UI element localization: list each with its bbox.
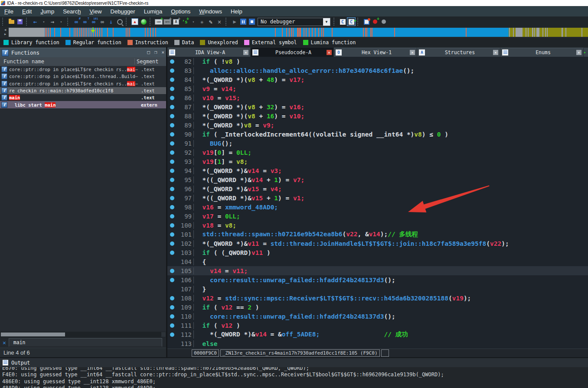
breakpoint-dot[interactable] bbox=[167, 160, 177, 164]
menu-item-lumina[interactable]: Lumina bbox=[140, 6, 167, 16]
code-text[interactable]: *(_QWORD *)(v8 + 48) = v17; bbox=[193, 76, 588, 83]
lumina-icon[interactable] bbox=[140, 18, 147, 26]
breakpoint-dot[interactable] bbox=[167, 241, 177, 246]
code-text[interactable]: } bbox=[193, 286, 588, 293]
code-text[interactable]: v17 = 0LL; bbox=[193, 213, 588, 220]
code-text[interactable]: { bbox=[193, 258, 588, 265]
code-line[interactable]: 108 v12 = std::sync::mpsc::Receiver$LT$T… bbox=[167, 293, 588, 303]
tab-close-icon[interactable]: ✕ bbox=[327, 50, 332, 55]
breakpoint-dot[interactable] bbox=[167, 150, 177, 155]
code-text[interactable]: *((_QWORD *)&v14 + 1) = v7; bbox=[193, 176, 588, 183]
breakpoint-dot[interactable] bbox=[167, 251, 177, 255]
output-header[interactable]: Output bbox=[0, 358, 588, 367]
code-line[interactable]: 106 core::result::unwrap_failed::hfaddf2… bbox=[167, 275, 588, 284]
code-line[interactable]: 89 *(_OWORD *)v8 = v9; bbox=[167, 121, 588, 130]
function-row[interactable]: fcore::ptr::drop_in_place$LT$re_checkin_… bbox=[0, 66, 166, 73]
code-line[interactable]: 93 v19[1] = v8; bbox=[167, 157, 588, 166]
tab-close-icon[interactable]: ✕ bbox=[493, 50, 498, 55]
find-text-icon[interactable]: ∞T bbox=[81, 18, 89, 26]
code-text[interactable]: if ( (_QWORD)v11 ) bbox=[193, 249, 588, 256]
window-list-icon[interactable]: ▸ bbox=[584, 48, 588, 57]
functions-hscrollbar[interactable] bbox=[0, 332, 166, 337]
menu-item-windows[interactable]: Windows bbox=[195, 6, 226, 16]
stop-icon[interactable] bbox=[248, 18, 256, 26]
code-text[interactable]: v18 = v8; bbox=[193, 222, 588, 229]
code-line[interactable]: 85 v9 = v14; bbox=[167, 84, 588, 93]
menu-item-options[interactable]: Options bbox=[167, 6, 195, 16]
tab-ida-view-a[interactable]: IDA View-A✕ bbox=[167, 48, 251, 57]
code-text[interactable]: core::result::unwrap_failed::hfaddf24b24… bbox=[193, 277, 588, 284]
jump-down-icon[interactable]: ↓ bbox=[107, 18, 115, 26]
menu-item-search[interactable]: Search bbox=[59, 6, 85, 16]
breakpoint-dot[interactable] bbox=[167, 59, 177, 64]
code-line[interactable]: 112 *(_QWORD *)&v14 = &off_5ADE8; // 成功 bbox=[167, 330, 588, 339]
code-text[interactable]: if ( _InterlockedIncrement64((volatile s… bbox=[193, 131, 588, 138]
code-line[interactable]: 82 if ( !v8 ) bbox=[167, 57, 588, 66]
code-line[interactable]: 100 v18 = v8; bbox=[167, 221, 588, 230]
code-text[interactable]: v12 = std::sync::mpsc::Receiver$LT$T$GT$… bbox=[193, 295, 588, 302]
breakpoint-dot[interactable] bbox=[167, 323, 177, 328]
code-line[interactable]: 99 v17 = 0LL; bbox=[167, 212, 588, 221]
code-line[interactable]: 98 v16 = xmmword_48AD0; bbox=[167, 202, 588, 212]
code-line[interactable]: 97 *((_QWORD *)&v15 + 1) = v1; bbox=[167, 193, 588, 202]
code-text[interactable]: *(_OWORD *)(v8 + 32) = v16; bbox=[193, 104, 588, 111]
code-text[interactable]: *(_QWORD *)&v14 = v3; bbox=[193, 167, 588, 174]
code-text[interactable]: *(_OWORD *)v8 = v9; bbox=[193, 122, 588, 129]
menu-item-help[interactable]: Help bbox=[226, 6, 247, 16]
code-text[interactable]: alloc::alloc::handle_alloc_error::h87e34… bbox=[193, 67, 588, 74]
problems-icon[interactable]: ▲ bbox=[131, 18, 139, 26]
code-line[interactable]: 101 std::thread::spawn::h07216e9b542ea8b… bbox=[167, 230, 588, 239]
code-line[interactable]: 105 v14 = v11; bbox=[167, 266, 588, 275]
menu-item-file[interactable]: File bbox=[0, 6, 18, 16]
breakpoint-dot[interactable] bbox=[167, 269, 177, 273]
find-binary-icon[interactable]: ∞101 bbox=[90, 18, 98, 26]
menu-item-edit[interactable]: Edit bbox=[18, 6, 36, 16]
code-text[interactable]: v10 = v15; bbox=[193, 95, 588, 101]
edit-icon[interactable]: ✎ bbox=[207, 18, 215, 26]
breakpoint-dot[interactable] bbox=[167, 196, 177, 200]
make-string-icon[interactable]: ’s+ bbox=[181, 18, 189, 26]
code-text[interactable]: *(_OWORD *)(v8 + 16) = v10; bbox=[193, 113, 588, 120]
maximize-icon[interactable]: □ bbox=[147, 49, 150, 55]
run-c-icon[interactable]: C▶ bbox=[347, 18, 355, 26]
make-code-icon[interactable]: CODE+ bbox=[155, 18, 163, 26]
breakpoint-dot[interactable] bbox=[167, 214, 177, 218]
code-text[interactable]: v16 = xmmword_48AD0; bbox=[193, 204, 588, 211]
code-line[interactable]: 102 *(_QWORD *)&v11 = std::thread::JoinH… bbox=[167, 239, 588, 248]
code-text[interactable]: if ( !v8 ) bbox=[193, 58, 588, 65]
code-text[interactable]: v14 = v11; bbox=[193, 267, 588, 274]
nav-forward-icon[interactable]: → bbox=[49, 18, 56, 26]
functions-column-header[interactable]: Function name Segment bbox=[0, 57, 166, 66]
find-hash-icon[interactable]: ∞# bbox=[72, 18, 80, 26]
code-line[interactable]: 111 if ( v12 ) bbox=[167, 321, 588, 330]
find-lock-icon[interactable] bbox=[116, 18, 124, 26]
breakpoint-dot[interactable] bbox=[167, 305, 177, 310]
breakpoint-dot[interactable] bbox=[167, 132, 177, 137]
code-text[interactable]: BUG(); bbox=[193, 140, 588, 147]
function-row[interactable]: fre_checkin_rs::main::h7930adfed10cc1f8.… bbox=[0, 87, 166, 94]
breakpoint-dot[interactable] bbox=[167, 178, 177, 182]
code-text[interactable]: std::thread::spawn::h07216e9b542ea8b6(v2… bbox=[193, 230, 588, 238]
nav-back-icon[interactable]: ← bbox=[31, 18, 39, 26]
code-line[interactable]: 103 if ( (_QWORD)v11 ) bbox=[167, 248, 588, 257]
code-text[interactable]: *((_QWORD *)&v15 + 1) = v1; bbox=[193, 195, 588, 202]
breakpoint-dot[interactable] bbox=[167, 333, 177, 337]
menu-item-jump[interactable]: Jump bbox=[36, 6, 59, 16]
hscrollbar-corner[interactable] bbox=[161, 332, 166, 337]
breakpoint-dot[interactable] bbox=[167, 278, 177, 282]
find-disabled-icon[interactable]: ∞ bbox=[98, 18, 106, 26]
caret-icon[interactable]: ▾ bbox=[57, 18, 65, 26]
code-text[interactable]: if ( v12 ) bbox=[193, 322, 588, 329]
tab-close-icon[interactable]: ✕ bbox=[410, 50, 415, 55]
tab-close-icon[interactable]: ✕ bbox=[576, 50, 581, 55]
run-icon[interactable]: ▶ bbox=[231, 18, 238, 26]
code-line[interactable]: 83 alloc::alloc::handle_alloc_error::h87… bbox=[167, 66, 588, 75]
code-text[interactable]: if ( v12 == 2 ) bbox=[193, 304, 588, 311]
code-line[interactable]: 91 BUG(); bbox=[167, 139, 588, 148]
code-text[interactable]: *(_QWORD *)&v11 = std::thread::JoinHandl… bbox=[193, 240, 588, 247]
breakpoint-disabled-icon[interactable] bbox=[380, 18, 388, 26]
open-file-icon[interactable] bbox=[7, 18, 15, 26]
code-line[interactable]: 109 if ( v12 == 2 ) bbox=[167, 303, 588, 312]
breakpoint-dot[interactable] bbox=[167, 114, 177, 118]
breakpoint-dot[interactable] bbox=[167, 87, 177, 91]
